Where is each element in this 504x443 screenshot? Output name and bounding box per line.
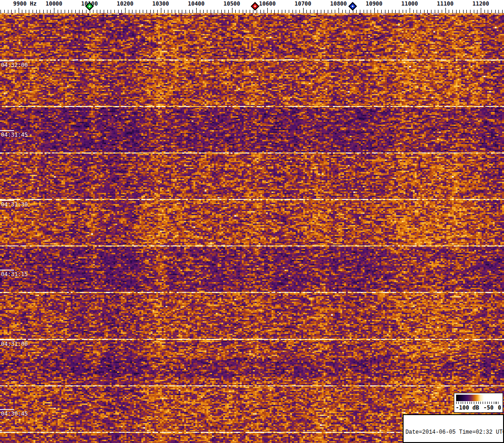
freq-minor-tick [211, 10, 211, 13]
freq-minor-tick [417, 10, 417, 13]
freq-minor-tick [4, 10, 5, 13]
freq-minor-tick [381, 10, 382, 13]
freq-minor-tick [452, 10, 453, 13]
time-label: 04:31:30 [1, 201, 28, 208]
freq-minor-tick [58, 10, 58, 13]
freq-scale-label: 11200 [472, 0, 489, 7]
freq-scale-label: 10500 [223, 0, 240, 7]
time-tick [0, 60, 14, 61]
freq-minor-tick [459, 10, 460, 13]
info-line-datetime: Date=2014-06-05 Time=02:32 UTC [405, 429, 501, 436]
freq-minor-tick [121, 10, 122, 13]
freq-minor-tick [22, 10, 22, 13]
freq-minor-tick [118, 10, 119, 13]
freq-minor-tick [132, 10, 133, 13]
freq-minor-tick [260, 10, 261, 13]
colorbar-legend: -100 dB -50 0 [454, 393, 503, 413]
freq-minor-tick [360, 10, 360, 13]
freq-scale-label: 9900 Hz [13, 0, 37, 7]
freq-minor-tick [79, 10, 80, 13]
freq-minor-tick [332, 10, 332, 13]
freq-minor-tick [296, 10, 296, 13]
freq-minor-tick [406, 10, 406, 13]
freq-minor-tick [498, 10, 499, 13]
red-marker[interactable] [251, 2, 259, 10]
freq-minor-tick [335, 10, 335, 13]
colorbar-label-max: 0 [498, 404, 501, 411]
freq-minor-tick [306, 10, 307, 13]
freq-minor-tick [114, 10, 115, 13]
freq-minor-tick [392, 10, 392, 13]
freq-minor-tick [403, 10, 403, 13]
freq-minor-tick [157, 10, 158, 13]
freq-major-tick [481, 8, 481, 13]
freq-minor-tick [364, 10, 364, 13]
time-tick [0, 339, 14, 340]
freq-scale-label: 11000 [401, 0, 418, 7]
freq-minor-tick [246, 10, 246, 13]
freq-minor-tick [427, 10, 428, 13]
freq-minor-tick [488, 10, 488, 13]
freq-minor-tick [289, 10, 289, 13]
time-tick [0, 270, 14, 271]
freq-scale-label: 10600 [259, 0, 276, 7]
freq-minor-tick [43, 10, 44, 13]
freq-minor-tick [72, 10, 72, 13]
freq-scale-label: 10300 [152, 0, 169, 7]
freq-minor-tick [8, 10, 8, 13]
freq-major-tick [161, 8, 161, 13]
freq-major-tick [267, 8, 268, 13]
freq-minor-tick [164, 10, 165, 13]
freq-minor-tick [349, 10, 350, 13]
freq-scale-label: 10200 [117, 0, 133, 7]
freq-minor-tick [214, 10, 214, 13]
freq-minor-tick [477, 10, 477, 13]
freq-minor-tick [11, 10, 12, 13]
freq-minor-tick [107, 10, 108, 13]
freq-minor-tick [172, 10, 172, 13]
freq-minor-tick [86, 10, 86, 13]
freq-minor-tick [356, 10, 357, 13]
freq-minor-tick [40, 10, 40, 13]
freq-minor-tick [314, 10, 314, 13]
green-marker-center-dot [88, 5, 90, 7]
freq-minor-tick [424, 10, 424, 13]
freq-major-tick [445, 8, 446, 13]
freq-minor-tick [221, 10, 222, 13]
freq-minor-tick [420, 10, 421, 13]
freq-minor-tick [228, 10, 229, 13]
freq-minor-tick [189, 10, 190, 13]
freq-minor-tick [317, 10, 318, 13]
freq-minor-tick [36, 10, 37, 13]
freq-minor-tick [395, 10, 396, 13]
freq-major-tick [232, 8, 232, 13]
freq-major-tick [125, 8, 126, 13]
freq-major-tick [303, 8, 304, 13]
waterfall-spectrogram [0, 13, 504, 443]
freq-minor-tick [385, 10, 385, 13]
blue-marker[interactable] [348, 2, 357, 10]
freq-minor-tick [192, 10, 193, 13]
freq-minor-tick [271, 10, 272, 13]
freq-minor-tick [449, 10, 449, 13]
freq-minor-tick [129, 10, 129, 13]
observation-info-panel: Date=2014-06-05 Time=02:32 UTC Freq=143 … [403, 414, 504, 443]
spectrogram-app-window: 9900 Hz100001010010200103001040010500106… [0, 0, 504, 443]
time-label: 04:31:45 [1, 132, 28, 138]
freq-minor-tick [495, 10, 496, 13]
freq-minor-tick [299, 10, 300, 13]
freq-minor-tick [65, 10, 65, 13]
freq-minor-tick [431, 10, 431, 13]
time-label: 04:30:45 [1, 410, 28, 417]
freq-minor-tick [179, 10, 179, 13]
freq-minor-tick [399, 10, 399, 13]
freq-minor-tick [182, 10, 182, 13]
freq-minor-tick [257, 10, 257, 13]
freq-minor-tick [371, 10, 371, 13]
freq-minor-tick [225, 10, 225, 13]
time-tick [0, 409, 14, 410]
freq-minor-tick [75, 10, 76, 13]
freq-minor-tick [292, 10, 293, 13]
freq-minor-tick [438, 10, 438, 13]
freq-minor-tick [111, 10, 111, 13]
